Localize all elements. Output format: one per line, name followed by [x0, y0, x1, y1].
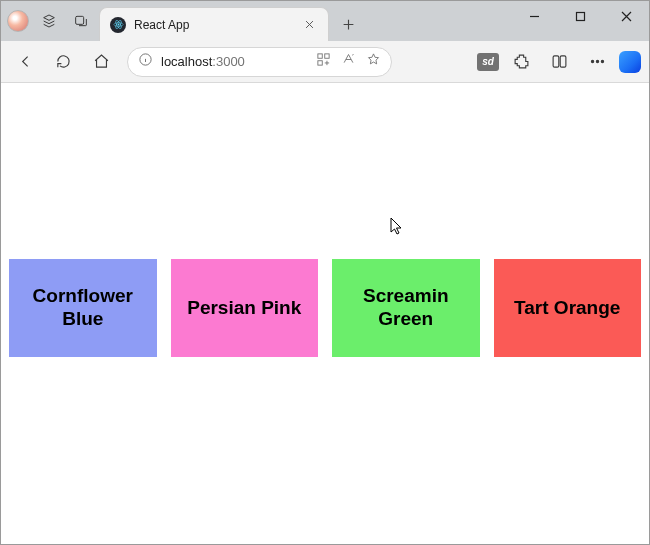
svg-point-12 — [591, 60, 593, 62]
window-titlebar: React App — [1, 1, 649, 41]
svg-rect-5 — [576, 12, 584, 20]
svg-rect-7 — [318, 54, 322, 58]
back-button[interactable] — [9, 46, 41, 78]
svg-rect-0 — [76, 16, 84, 24]
swatch-persian-pink[interactable]: Persian Pink — [171, 259, 319, 357]
swatch-label: Tart Orange — [514, 297, 620, 320]
tab-actions-icon[interactable] — [69, 9, 93, 33]
svg-point-1 — [117, 24, 119, 26]
mouse-cursor-icon — [390, 217, 404, 237]
url-text: localhost:3000 — [161, 54, 245, 69]
close-window-button[interactable] — [603, 1, 649, 31]
svg-point-13 — [596, 60, 598, 62]
swatch-label: Persian Pink — [187, 297, 301, 320]
read-aloud-icon[interactable] — [341, 52, 356, 71]
minimize-button[interactable] — [511, 1, 557, 31]
svg-rect-10 — [553, 56, 559, 67]
refresh-button[interactable] — [47, 46, 79, 78]
page-viewport: Cornflower Blue Persian Pink Screamin Gr… — [1, 83, 649, 544]
address-bar[interactable]: localhost:3000 — [127, 47, 392, 77]
apps-icon[interactable] — [316, 52, 331, 71]
svg-rect-9 — [318, 61, 322, 65]
site-info-icon[interactable] — [138, 52, 153, 71]
maximize-button[interactable] — [557, 1, 603, 31]
react-logo-icon — [110, 17, 126, 33]
swatch-label: Screamin Green — [338, 285, 474, 331]
svg-point-14 — [601, 60, 603, 62]
url-port: :3000 — [212, 54, 245, 69]
split-screen-icon[interactable] — [543, 46, 575, 78]
extensions-icon[interactable] — [505, 46, 537, 78]
tab-title: React App — [134, 18, 292, 32]
workspaces-icon[interactable] — [37, 9, 61, 33]
close-tab-button[interactable] — [300, 16, 318, 34]
favorite-icon[interactable] — [366, 52, 381, 71]
swatch-screamin-green[interactable]: Screamin Green — [332, 259, 480, 357]
swatch-row: Cornflower Blue Persian Pink Screamin Gr… — [9, 259, 641, 357]
toolbar-right: sd — [477, 46, 641, 78]
home-button[interactable] — [85, 46, 117, 78]
window-controls — [511, 1, 649, 41]
sd-extension-icon[interactable]: sd — [477, 53, 499, 71]
svg-rect-11 — [560, 56, 566, 67]
browser-toolbar: localhost:3000 sd — [1, 41, 649, 83]
new-tab-button[interactable] — [333, 9, 363, 39]
browser-tab[interactable]: React App — [99, 7, 329, 41]
url-host: localhost — [161, 54, 212, 69]
swatch-label: Cornflower Blue — [15, 285, 151, 331]
swatch-cornflower-blue[interactable]: Cornflower Blue — [9, 259, 157, 357]
swatch-tart-orange[interactable]: Tart Orange — [494, 259, 642, 357]
svg-rect-8 — [325, 54, 329, 58]
titlebar-left — [1, 1, 93, 41]
more-icon[interactable] — [581, 46, 613, 78]
copilot-icon[interactable] — [619, 51, 641, 73]
profile-avatar[interactable] — [7, 10, 29, 32]
